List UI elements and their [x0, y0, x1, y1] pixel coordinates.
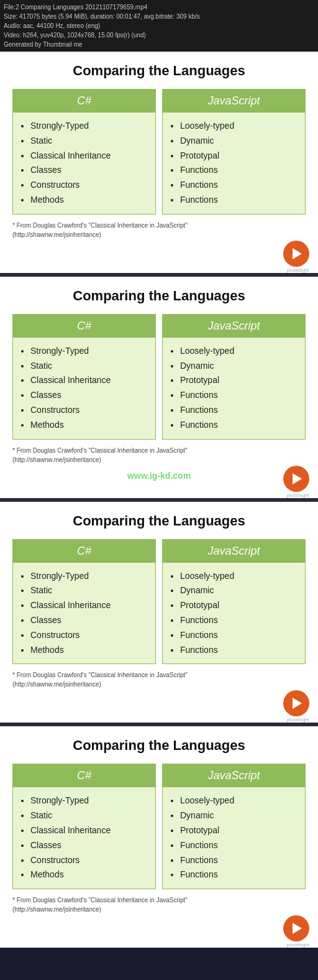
col-csharp-3-header: C# [13, 540, 155, 563]
col-js-1: JavaScript Loosely-typed Dynamic Prototy… [162, 89, 306, 215]
slide-4: Comparing the Languages C# Strongly-Type… [0, 726, 318, 948]
comparison-table-4: C# Strongly-Typed Static Classical Inher… [12, 764, 306, 889]
list-item: Functions [180, 838, 299, 853]
file-info-line2: Size: 417075 bytes (5.94 MiB), duration:… [4, 12, 314, 21]
file-info-line5: Generated by Thumbnail me [4, 40, 314, 49]
ps-label-1: pluralsight [283, 267, 309, 273]
list-item: Constructors [30, 628, 149, 643]
list-item: Constructors [30, 178, 149, 193]
list-item: Prototypal [180, 373, 299, 388]
list-item: Classes [30, 613, 149, 628]
slide-3-title: Comparing the Languages [12, 513, 306, 529]
footnote-1: * From Douglas Crawford's "Classical Inh… [12, 221, 306, 242]
list-item: Functions [180, 388, 299, 403]
footnote-2: * From Douglas Crawford's "Classical Inh… [12, 446, 306, 467]
list-item: Classes [30, 838, 149, 853]
list-item: Strongly-Typed [30, 119, 149, 134]
play-triangle-1 [293, 248, 302, 259]
list-item: Functions [180, 628, 299, 643]
slide-1: Comparing the Languages C# Strongly-Type… [0, 52, 318, 273]
col-csharp-4-header: C# [13, 764, 155, 787]
col-csharp-3: C# Strongly-Typed Static Classical Inher… [12, 539, 156, 665]
list-item: Loosely-typed [180, 569, 299, 584]
pluralsight-logo-3: pluralsight [283, 690, 309, 716]
list-item: Functions [180, 867, 299, 882]
play-button-1 [283, 241, 309, 267]
list-item: Functions [180, 418, 299, 433]
ps-label-3: pluralsight [283, 717, 309, 723]
pluralsight-logo-2: pluralsight [283, 466, 309, 492]
play-button-3 [283, 690, 309, 716]
csharp-list-4: Strongly-Typed Static Classical Inherita… [24, 793, 149, 882]
col-js-4-header: JavaScript [163, 764, 305, 787]
col-js-3-body: Loosely-typed Dynamic Prototypal Functio… [163, 563, 305, 664]
csharp-list-1: Strongly-Typed Static Classical Inherita… [24, 119, 149, 208]
file-info-line3: Audio: aac, 44100 Hz, stereo (eng) [4, 21, 314, 30]
slide-2-title: Comparing the Languages [12, 288, 306, 304]
col-js-4-body: Loosely-typed Dynamic Prototypal Functio… [163, 787, 305, 889]
list-item: Prototypal [180, 823, 299, 838]
list-item: Loosely-typed [180, 793, 299, 808]
slide-1-title: Comparing the Languages [12, 63, 306, 79]
list-item: Classical Inheritance [30, 823, 149, 838]
slide-4-title: Comparing the Languages [12, 737, 306, 754]
js-list-1: Loosely-typed Dynamic Prototypal Functio… [174, 119, 299, 208]
list-item: Functions [180, 853, 299, 868]
col-csharp-3-body: Strongly-Typed Static Classical Inherita… [13, 563, 155, 664]
list-item: Functions [180, 193, 299, 208]
list-item: Dynamic [180, 359, 299, 374]
col-csharp-4-body: Strongly-Typed Static Classical Inherita… [13, 787, 155, 889]
list-item: Constructors [30, 403, 149, 418]
list-item: Static [30, 583, 149, 598]
js-list-3: Loosely-typed Dynamic Prototypal Functio… [174, 569, 299, 658]
list-item: Classes [30, 388, 149, 403]
list-item: Classical Inheritance [30, 149, 149, 164]
col-csharp-4: C# Strongly-Typed Static Classical Inher… [12, 764, 156, 889]
comparison-table-1: C# Strongly-Typed Static Classical Inher… [12, 89, 306, 215]
list-item: Strongly-Typed [30, 793, 149, 808]
play-button-2 [283, 466, 309, 492]
list-item: Functions [180, 643, 299, 658]
list-item: Functions [180, 403, 299, 418]
list-item: Functions [180, 613, 299, 628]
comparison-table-3: C# Strongly-Typed Static Classical Inher… [12, 539, 306, 665]
list-item: Strongly-Typed [30, 569, 149, 584]
footnote-3: * From Douglas Crawford's "Classical Inh… [12, 670, 306, 691]
col-csharp-1-header: C# [13, 90, 155, 113]
list-item: Classical Inheritance [30, 373, 149, 388]
slide-3: Comparing the Languages C# Strongly-Type… [0, 502, 318, 723]
play-triangle-4 [293, 923, 302, 934]
list-item: Constructors [30, 853, 149, 868]
col-csharp-1-body: Strongly-Typed Static Classical Inherita… [13, 113, 155, 214]
col-csharp-2-header: C# [13, 315, 155, 338]
play-triangle-3 [293, 698, 302, 709]
col-js-2-body: Loosely-typed Dynamic Prototypal Functio… [163, 338, 305, 439]
list-item: Loosely-typed [180, 119, 299, 134]
col-js-1-body: Loosely-typed Dynamic Prototypal Functio… [163, 113, 305, 214]
list-item: Dynamic [180, 583, 299, 598]
csharp-list-3: Strongly-Typed Static Classical Inherita… [24, 569, 149, 658]
ps-label-2: pluralsight [283, 492, 309, 498]
file-info-line1: File:2 Comparing Languages 2012110717965… [4, 2, 314, 12]
list-item: Methods [30, 193, 149, 208]
list-item: Classes [30, 163, 149, 178]
comparison-table-2: C# Strongly-Typed Static Classical Inher… [12, 314, 306, 440]
watermark-2: www.ig-kd.com [127, 471, 191, 481]
col-js-3-header: JavaScript [163, 540, 305, 563]
list-item: Functions [180, 178, 299, 193]
play-button-4 [283, 915, 309, 941]
pluralsight-logo-1: pluralsight [283, 241, 309, 267]
col-js-2: JavaScript Loosely-typed Dynamic Prototy… [162, 314, 306, 440]
footnote-4: * From Douglas Crawford's "Classical Inh… [12, 895, 306, 917]
col-js-2-header: JavaScript [163, 315, 305, 338]
file-info-bar: File:2 Comparing Languages 2012110717965… [0, 0, 318, 52]
list-item: Dynamic [180, 134, 299, 149]
ps-label-4: pluralsight [283, 942, 309, 948]
col-csharp-2: C# Strongly-Typed Static Classical Inher… [12, 314, 156, 440]
list-item: Functions [180, 163, 299, 178]
col-csharp-2-body: Strongly-Typed Static Classical Inherita… [13, 338, 155, 439]
list-item: Classical Inheritance [30, 598, 149, 613]
col-csharp-1: C# Strongly-Typed Static Classical Inher… [12, 89, 156, 215]
list-item: Static [30, 359, 149, 374]
col-js-4: JavaScript Loosely-typed Dynamic Prototy… [162, 764, 306, 889]
